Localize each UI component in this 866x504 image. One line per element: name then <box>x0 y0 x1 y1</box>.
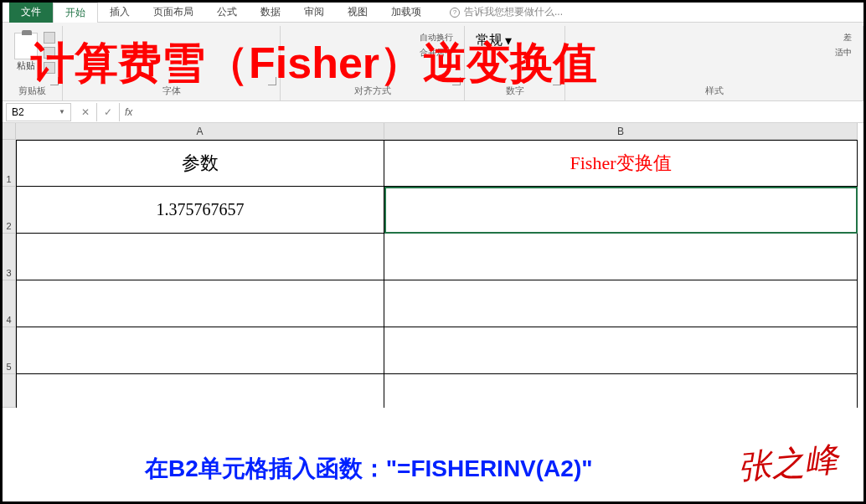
tab-data[interactable]: 数据 <box>249 3 292 23</box>
select-all-corner[interactable] <box>3 123 16 140</box>
annotation-text: 在B2单元格插入函数："=FISHERINV(A2)" <box>145 453 593 485</box>
fx-icon[interactable]: fx <box>120 106 137 118</box>
tab-formulas[interactable]: 公式 <box>205 3 249 23</box>
row-header-6[interactable] <box>3 374 16 408</box>
tab-home[interactable]: 开始 <box>53 3 98 23</box>
ribbon-group-styles: 差 适中 样式 <box>565 26 863 100</box>
menu-tabs: 文件 开始 插入 页面布局 公式 数据 审阅 视图 加载项 ? 告诉我您想要做什… <box>3 3 863 23</box>
row-header-4[interactable]: 4 <box>3 280 16 327</box>
tab-layout[interactable]: 页面布局 <box>142 3 205 23</box>
spreadsheet-grid: A B 1 参数 Fisher变换值 2 1.375767657 3 4 5 <box>3 123 863 408</box>
name-box[interactable]: B2 ▼ <box>6 103 71 121</box>
cell-a1[interactable]: 参数 <box>16 140 384 187</box>
cell-b5[interactable] <box>384 327 858 374</box>
bad-label: 差 <box>843 32 852 44</box>
cell-b2[interactable] <box>384 187 858 234</box>
cell-b1[interactable]: Fisher变换值 <box>384 140 858 187</box>
tab-view[interactable]: 视图 <box>336 3 379 23</box>
column-header-b[interactable]: B <box>384 123 858 140</box>
cell-b4[interactable] <box>384 280 858 327</box>
cell-a5[interactable] <box>16 327 384 374</box>
tell-me-text: 告诉我您想要做什么... <box>464 5 563 19</box>
moderate-label: 适中 <box>835 47 852 59</box>
tab-review[interactable]: 审阅 <box>292 3 336 23</box>
lightbulb-icon: ? <box>450 8 460 18</box>
accept-formula-button[interactable]: ✓ <box>97 103 120 121</box>
tab-file[interactable]: 文件 <box>9 3 53 23</box>
cell-a6[interactable] <box>16 374 384 408</box>
row-header-2[interactable]: 2 <box>3 187 16 234</box>
tab-insert[interactable]: 插入 <box>98 3 142 23</box>
column-header-a[interactable]: A <box>16 123 384 140</box>
tab-addins[interactable]: 加载项 <box>379 3 433 23</box>
row-header-3[interactable]: 3 <box>3 234 16 280</box>
cancel-formula-button[interactable]: ✕ <box>75 103 97 121</box>
name-box-value: B2 <box>12 106 24 118</box>
formula-bar: B2 ▼ ✕ ✓ fx <box>3 101 863 123</box>
formula-input[interactable] <box>137 103 863 121</box>
cell-b6[interactable] <box>384 374 858 408</box>
tell-me[interactable]: ? 告诉我您想要做什么... <box>450 5 563 19</box>
cell-b3[interactable] <box>384 234 858 280</box>
signature: 张之峰 <box>736 436 840 491</box>
row-header-5[interactable]: 5 <box>3 327 16 374</box>
row-header-1[interactable]: 1 <box>3 140 16 187</box>
chevron-down-icon: ▼ <box>59 108 65 116</box>
style-moderate[interactable]: 适中 <box>834 46 853 59</box>
overlay-title: 计算费雪（Fisher）逆变换值 <box>31 34 597 93</box>
style-bad[interactable]: 差 <box>843 31 853 44</box>
styles-group-label: 样式 <box>572 83 856 99</box>
cell-a2[interactable]: 1.375767657 <box>16 187 384 234</box>
cell-a4[interactable] <box>16 280 384 327</box>
cell-a3[interactable] <box>16 234 384 280</box>
